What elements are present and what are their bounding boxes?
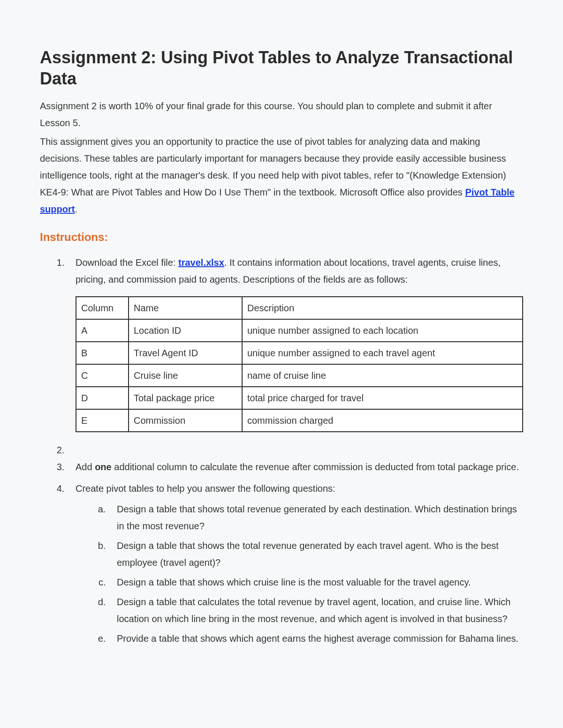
table-row: Column Name Description [76,297,523,319]
step-3: Add one additional column to calculate t… [67,458,523,475]
cell-name: Commission [129,409,242,432]
cell-column: C [76,364,129,387]
cell-name: Total package price [129,387,242,409]
step-3-post: additional column to calculate the reven… [112,462,519,472]
cell-description: name of cruise line [242,364,523,387]
cell-name: Location ID [129,319,242,342]
table-header-name: Name [129,297,242,319]
step-4d: Design a table that calculates the total… [108,593,523,627]
intro-text-tail: . [75,204,77,214]
table-row: D Total package price total price charge… [76,387,523,409]
step-1-pre: Download the Excel file: [76,257,178,268]
intro-block: Assignment 2 is worth 10% of your final … [40,98,523,218]
step-4b: Design a table that shows the total reve… [108,537,523,571]
cell-description: unique number assigned to each travel ag… [242,342,523,364]
instructions-list: Download the Excel file: travel.xlsx. It… [40,254,523,647]
cell-description: total price charged for travel [242,387,523,409]
table-row: A Location ID unique number assigned to … [76,319,523,342]
step-1: Download the Excel file: travel.xlsx. It… [67,254,523,432]
document-page: Assignment 2: Using Pivot Tables to Anal… [0,0,563,728]
intro-text: This assignment gives you an opportunity… [40,136,506,197]
intro-paragraph-2: This assignment gives you an opportunity… [40,133,523,218]
table-row: E Commission commission charged [76,409,523,432]
cell-column: B [76,342,129,364]
cell-description: unique number assigned to each location [242,319,523,342]
step-4: Create pivot tables to help you answer t… [67,480,523,647]
table-row: B Travel Agent ID unique number assigned… [76,342,523,364]
table-header-column: Column [76,297,129,319]
page-title: Assignment 2: Using Pivot Tables to Anal… [40,47,523,89]
table-row: C Cruise line name of cruise line [76,364,523,387]
fields-table: Column Name Description A Location ID un… [76,296,523,432]
step-4-sublist: Design a table that shows total revenue … [76,501,523,647]
step-4e: Provide a table that shows which agent e… [108,630,523,647]
instructions-heading: Instructions: [40,231,523,244]
step-4c: Design a table that shows which cruise l… [108,574,523,591]
cell-description: commission charged [242,409,523,432]
step-2 [67,442,523,458]
step-3-bold: one [95,462,112,472]
cell-column: A [76,319,129,342]
cell-name: Travel Agent ID [129,342,242,364]
step-4a: Design a table that shows total revenue … [108,501,523,534]
cell-column: E [76,409,129,432]
step-4-lead: Create pivot tables to help you answer t… [76,483,335,494]
cell-column: D [76,387,129,409]
cell-name: Cruise line [129,364,242,387]
travel-xlsx-link[interactable]: travel.xlsx [178,257,224,268]
table-header-description: Description [242,297,523,319]
step-3-pre: Add [76,462,95,472]
intro-paragraph-1: Assignment 2 is worth 10% of your final … [40,98,523,131]
